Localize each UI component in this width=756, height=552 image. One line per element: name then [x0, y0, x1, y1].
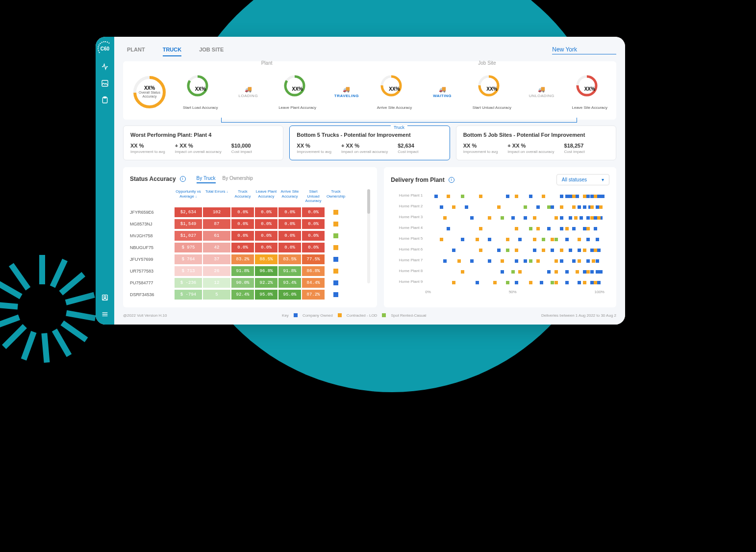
data-point	[583, 270, 586, 274]
plant-label: Home Plant 7	[391, 258, 423, 262]
table-row[interactable]: UR7577583 $ 713 26 91.8% 96.8% 91.8% 86.…	[130, 265, 364, 277]
kpi-worst-plant[interactable]: Worst Performing Plant: Plant 4 XX %Impr…	[123, 125, 283, 160]
data-point	[580, 216, 583, 220]
data-point	[594, 249, 597, 252]
info-icon[interactable]: i	[449, 177, 454, 183]
data-point	[601, 195, 605, 198]
data-point	[542, 249, 545, 252]
data-point	[578, 205, 581, 209]
data-point	[447, 195, 450, 198]
image-icon[interactable]	[101, 79, 109, 88]
data-point	[506, 281, 509, 284]
logo: C60	[99, 43, 111, 54]
table-row[interactable]: DSRF34536 $ -794 5 92.4% 95.0% 95.0% 87.…	[130, 289, 364, 301]
subtab-by-ownership[interactable]: By Ownership	[223, 174, 253, 183]
gauge-leave-site: XX%	[575, 74, 605, 103]
info-icon[interactable]: i	[180, 176, 186, 182]
data-point	[583, 249, 586, 252]
kpi-bottom-jobsites[interactable]: Bottom 5 Job Sites - Potential For Impro…	[456, 125, 616, 160]
main-tabs: PLANT TRUCK JOB SITE	[123, 44, 224, 56]
data-point	[565, 195, 569, 198]
data-point	[596, 270, 599, 274]
data-point	[501, 259, 504, 263]
table-row[interactable]: MG8573NJ $1,549 87 0.0% 0.0% 0.0% 0.0%	[130, 218, 364, 230]
data-point	[590, 195, 594, 198]
clipboard-icon[interactable]	[101, 96, 109, 104]
section-label-plant: Plant	[261, 60, 273, 66]
data-point	[572, 259, 576, 263]
data-point	[586, 216, 590, 220]
data-point	[594, 195, 597, 198]
data-point	[578, 249, 581, 252]
col-header[interactable]: Arrive Site Accuracy	[278, 189, 302, 203]
data-point	[551, 205, 554, 209]
menu-icon[interactable]	[101, 310, 109, 319]
table-row[interactable]: MVJGH758 $1,027 61 0.0% 0.0% 0.0% 0.0%	[130, 230, 364, 242]
data-point	[440, 238, 443, 241]
data-point	[511, 216, 515, 220]
data-point	[465, 205, 468, 209]
table-row[interactable]: JFUY57699 $ 764 37 83.2% 88.5% 83.5% 77.…	[130, 253, 364, 265]
scatter-row	[425, 191, 605, 202]
location-selector[interactable]: New York	[552, 46, 616, 54]
kpi-bottom-trucks[interactable]: Bottom 5 Trucks - Potential for Improvem…	[289, 125, 450, 160]
main-content: PLANT TRUCK JOB SITE New York Plant Job …	[114, 37, 625, 325]
data-point	[497, 249, 501, 252]
data-point	[560, 205, 563, 209]
data-point	[440, 205, 443, 209]
scatter-row	[425, 234, 605, 245]
data-point	[461, 238, 464, 241]
status-select[interactable]: All statuses ▾	[556, 174, 609, 185]
data-point	[583, 205, 586, 209]
data-point	[599, 205, 603, 209]
data-point	[461, 195, 464, 198]
table-row[interactable]: PU7584777 $ -236 12 90.0% 92.2% 93.4% 84…	[130, 277, 364, 289]
data-point	[583, 227, 586, 230]
tab-plant[interactable]: PLANT	[127, 44, 145, 56]
col-header[interactable]: Opportunity vs Average ↓	[174, 189, 202, 203]
activity-icon[interactable]	[101, 62, 109, 71]
data-point	[533, 216, 536, 220]
col-header[interactable]: Leave Plant Accuracy	[254, 189, 278, 203]
table-row[interactable]: JFYR659E6 $2,634 102 0.0% 0.0% 0.0% 0.0%	[130, 206, 364, 218]
data-point	[565, 238, 569, 241]
data-point	[560, 259, 563, 263]
table-row[interactable]: NBUGUF75 $ 975 42 0.0% 0.0% 0.0% 0.0%	[130, 242, 364, 253]
data-point	[434, 195, 438, 198]
data-point	[596, 205, 599, 209]
data-point	[536, 227, 540, 230]
data-point	[586, 238, 590, 241]
data-point	[542, 195, 545, 198]
data-point	[529, 281, 532, 284]
data-point	[596, 259, 599, 263]
gauge-leave-plant: XX%	[283, 74, 312, 103]
col-header[interactable]: Total Errors ↓	[202, 189, 231, 203]
subtab-by-truck[interactable]: By Truck	[197, 174, 216, 183]
data-point	[565, 227, 569, 230]
data-point	[518, 270, 522, 274]
data-point	[479, 249, 482, 252]
data-point	[533, 238, 536, 241]
sidebar: C60	[96, 37, 114, 325]
data-point	[592, 259, 595, 263]
tab-truck[interactable]: TRUCK	[163, 44, 182, 56]
plant-label: Home Plant 6	[391, 247, 423, 251]
tab-jobsite[interactable]: JOB SITE	[199, 44, 224, 56]
plant-label: Home Plant 9	[391, 279, 423, 284]
col-header[interactable]: Truck Accuracy	[231, 189, 254, 203]
data-point	[515, 249, 518, 252]
data-point	[515, 281, 518, 284]
data-point	[551, 238, 554, 241]
col-header[interactable]: Truck Ownership	[325, 189, 347, 203]
user-icon[interactable]	[101, 293, 109, 302]
data-point	[515, 259, 518, 263]
data-point	[569, 195, 572, 198]
version-text: @2022 Volt Version H.10	[123, 313, 167, 318]
data-point	[501, 216, 504, 220]
data-point	[583, 195, 586, 198]
scrollbar[interactable]	[367, 189, 370, 283]
data-point	[536, 259, 540, 263]
data-point	[560, 249, 563, 252]
col-header[interactable]: Start Unload Accuracy	[302, 189, 325, 203]
data-point	[551, 281, 554, 284]
